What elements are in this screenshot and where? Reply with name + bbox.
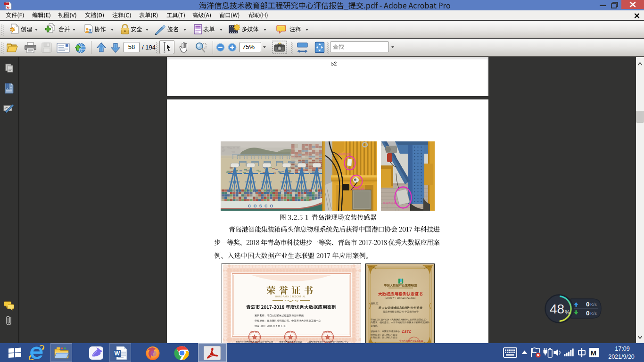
svg-text:48: 48 [550,302,564,316]
svg-text:K/s: K/s [590,302,597,307]
svg-text:%: % [565,309,570,316]
svg-text:M: M [590,349,596,357]
svg-text:0: 0 [586,301,590,308]
svg-text:0: 0 [586,310,590,317]
svg-text:K/s: K/s [590,311,597,316]
svg-text:W: W [115,350,120,357]
